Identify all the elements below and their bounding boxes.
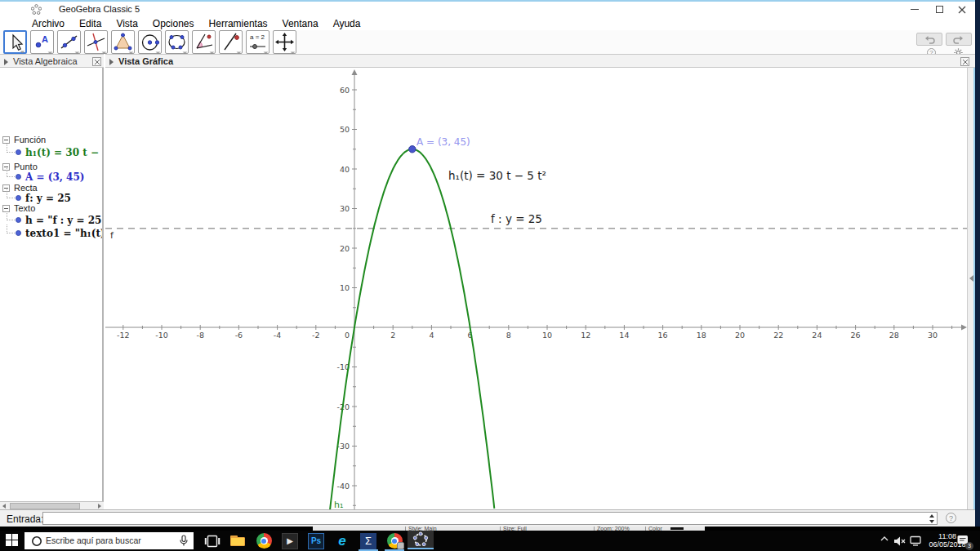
photoshop-button[interactable]: Ps — [306, 531, 326, 550]
minimize-icon — [911, 9, 919, 10]
polygon-tool-button[interactable] — [111, 30, 135, 54]
line-tool-button[interactable] — [57, 30, 81, 54]
x-tick-label: -2 — [312, 331, 319, 340]
graphics-view-title: Vista Gráfica — [118, 56, 173, 66]
desktop-screen: GeoGebra Classic 5 Archivo Edita Vista O… — [0, 0, 980, 551]
collapse-arrow-icon[interactable] — [969, 275, 973, 282]
group-label: Recta — [14, 183, 38, 193]
redo-icon — [953, 35, 964, 44]
line-text-label[interactable]: f : y = 25 — [491, 212, 542, 225]
menu-ayuda[interactable]: Ayuda — [326, 17, 368, 30]
chrome-icon — [387, 533, 403, 549]
y-tick-label: 40 — [340, 165, 350, 174]
scroll-right-icon[interactable] — [98, 504, 101, 509]
windows-logo-icon — [6, 534, 11, 540]
x-tick-label: 14 — [619, 331, 629, 340]
x-tick-label: 10 — [542, 331, 552, 340]
task-view-button[interactable] — [203, 531, 222, 550]
menu-archivo[interactable]: Archivo — [24, 17, 72, 30]
svg-text:A: A — [42, 34, 48, 44]
close-icon — [962, 59, 969, 65]
toolbar: A — [0, 30, 975, 54]
point-tool-button[interactable]: A — [30, 30, 54, 54]
close-icon — [94, 59, 100, 65]
object-visibility-dot[interactable] — [16, 230, 21, 236]
window-title: GeoGebra Classic 5 — [59, 4, 140, 14]
maximize-button[interactable] — [928, 2, 951, 17]
object-visibility-dot[interactable] — [16, 174, 21, 180]
internet-explorer-icon: e — [334, 533, 350, 549]
x-tick-label: 28 — [889, 331, 899, 340]
x-axis-arrow-icon — [961, 325, 967, 331]
move-cursor-icon — [5, 32, 27, 54]
minimize-button[interactable] — [903, 2, 926, 17]
angle-tool-button[interactable] — [192, 30, 216, 54]
menu-herramientas[interactable]: Herramientas — [202, 17, 275, 30]
entrada-input[interactable] — [42, 512, 938, 525]
profile-badge-icon — [397, 542, 404, 549]
y-tick-label: 50 — [340, 125, 350, 134]
algebra-header-arrow-icon[interactable] — [4, 59, 8, 65]
start-button[interactable] — [6, 534, 19, 547]
conic-tool-button[interactable] — [165, 30, 189, 54]
function-text-label[interactable]: h₁(t) = 30 t − 5 t² — [448, 169, 546, 182]
move-graphics-tool-button[interactable] — [273, 30, 296, 54]
menu-vista[interactable]: Vista — [109, 17, 145, 30]
geogebra-taskbar-button[interactable] — [408, 531, 434, 549]
volume-muted-icon[interactable] — [893, 535, 906, 547]
polygon-icon — [112, 31, 134, 53]
geogebra-window: GeoGebra Classic 5 Archivo Edita Vista O… — [0, 0, 975, 526]
menu-ventana[interactable]: Ventana — [275, 17, 326, 30]
graphics-close-button[interactable] — [960, 57, 969, 66]
graphics-collapse-strip[interactable] — [967, 68, 975, 509]
scroll-left-icon[interactable] — [2, 504, 6, 509]
curve-h1-name-label[interactable]: h₁ — [334, 500, 343, 509]
point-icon: A — [31, 31, 53, 53]
x-tick-label: 2 — [390, 331, 395, 340]
scrollbar-thumb[interactable] — [10, 503, 80, 509]
network-icon[interactable] — [910, 535, 922, 546]
input-help-icon[interactable]: ? — [946, 513, 956, 523]
collapse-icon[interactable] — [2, 136, 10, 144]
graph-canvas[interactable]: -12-10-8-6-4-202468101214161820222426283… — [105, 68, 967, 509]
circle-tool-button[interactable] — [138, 30, 162, 54]
menu-bar: Archivo Edita Vista Opciones Herramienta… — [0, 17, 975, 30]
internet-explorer-button[interactable]: e — [332, 531, 352, 550]
chrome-button[interactable] — [254, 531, 274, 550]
undo-button[interactable] — [916, 33, 942, 46]
graphics-header-arrow-icon[interactable] — [109, 59, 114, 65]
title-bar: GeoGebra Classic 5 — [0, 2, 975, 17]
perpendicular-line-tool-button[interactable] — [84, 30, 108, 54]
reflect-tool-button[interactable] — [219, 30, 243, 54]
file-explorer-button[interactable] — [228, 531, 247, 550]
group-label: Punto — [14, 162, 38, 171]
move-tool-button[interactable] — [3, 30, 27, 54]
algebra-view-header: Vista Algebraica — [0, 54, 104, 68]
chrome-profile-button[interactable] — [385, 531, 404, 550]
close-button[interactable] — [951, 2, 973, 17]
menu-edita[interactable]: Edita — [72, 17, 109, 30]
tree-elbow — [7, 224, 15, 233]
object-visibility-dot[interactable] — [16, 149, 21, 155]
algebra-close-button[interactable] — [92, 57, 101, 66]
line-f-name-label[interactable]: f — [110, 230, 114, 241]
x-tick-label: -12 — [117, 331, 130, 340]
object-visibility-dot[interactable] — [16, 217, 21, 223]
entrada-label: Entrada: — [7, 513, 43, 525]
algebra-horizontal-scrollbar[interactable] — [0, 501, 104, 509]
tray-chevron-up-icon[interactable] — [880, 535, 889, 542]
input-spinner[interactable] — [928, 514, 934, 523]
taskbar-search[interactable]: Escribe aquí para buscar — [24, 532, 194, 549]
sigma-app-button[interactable]: Σ — [359, 531, 378, 550]
slider-tool-button[interactable]: a = 2 — [246, 30, 270, 54]
graphics-view[interactable]: -12-10-8-6-4-202468101214161820222426283… — [105, 68, 967, 509]
point-A-label[interactable]: A = (3, 45) — [416, 136, 470, 148]
menu-opciones[interactable]: Opciones — [145, 17, 202, 30]
x-tick-label: 16 — [658, 331, 668, 340]
close-icon — [958, 6, 966, 14]
point-A[interactable] — [409, 146, 416, 153]
movies-tv-button[interactable]: ▶ — [280, 531, 300, 550]
redo-button[interactable] — [946, 33, 972, 46]
microphone-icon[interactable] — [178, 535, 189, 547]
object-visibility-dot[interactable] — [16, 195, 21, 201]
